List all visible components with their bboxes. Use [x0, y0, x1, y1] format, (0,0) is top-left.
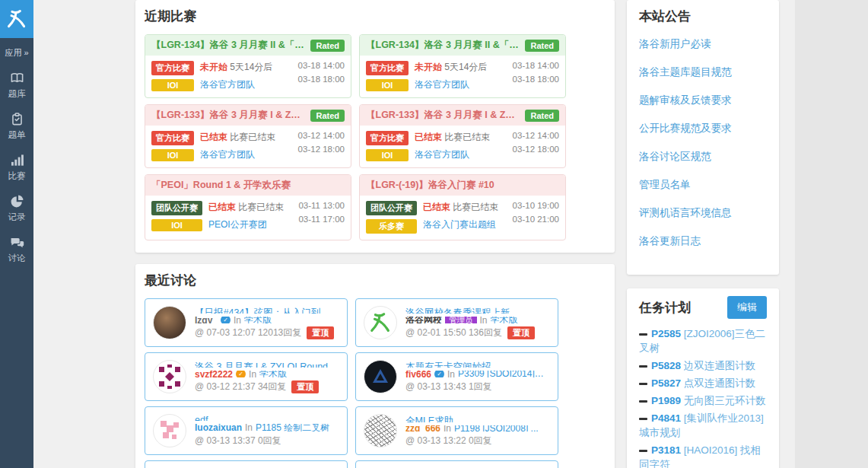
problem-name-link[interactable]: 无向图三元环计数: [684, 395, 766, 406]
contest-organizer-link[interactable]: 洛谷官方团队: [415, 148, 507, 161]
contest-organizer-link[interactable]: PEOI公开赛团: [208, 218, 292, 231]
contest-title-link[interactable]: 【LGR-133】洛谷 3 月月赛 I & ZYLOI ...: [366, 109, 520, 122]
contest-organizer-link[interactable]: 洛谷官方团队: [415, 78, 507, 91]
contest-type-tag: 官方比赛: [366, 61, 409, 75]
announcement-link[interactable]: 洛谷主题库题目规范: [639, 65, 767, 79]
discussion-timestamp: @ 03-13 13:43 1回复: [405, 380, 492, 393]
contest-title-link[interactable]: 【LGR-134】洛谷 3 月月赛 II &「GLR ...: [151, 39, 306, 52]
username-link[interactable]: zzq_666: [405, 425, 440, 431]
avatar[interactable]: [153, 306, 186, 339]
forum-link[interactable]: P1185 绘制二叉树: [256, 424, 329, 431]
sidebar-item-label: 题库: [8, 88, 26, 100]
problem-id-link[interactable]: P1989: [651, 395, 681, 406]
contest-card[interactable]: 【LGR-133】洛谷 3 月月赛 I & ZYLOI ... Rated 官方…: [359, 104, 566, 168]
problem-id-link[interactable]: P5827: [651, 377, 681, 389]
pinned-badge: 置顶: [307, 326, 334, 339]
contest-title-link[interactable]: 【LGR-133】洛谷 3 月月赛 I & ZYLOI ...: [151, 109, 306, 122]
announcement-link[interactable]: 评测机语言环境信息: [639, 206, 767, 220]
contest-status: 已结束 比赛已结束: [423, 201, 507, 214]
avatar[interactable]: [364, 306, 397, 339]
contest-card[interactable]: 【LGR-134】洛谷 3 月月赛 II &「GLR-... Rated 官方比…: [359, 34, 566, 98]
luogu-logo[interactable]: [0, 0, 33, 38]
contest-card[interactable]: 【LGR-134】洛谷 3 月月赛 II &「GLR ... Rated 官方比…: [145, 34, 351, 98]
avatar[interactable]: [364, 360, 397, 393]
announcement-link[interactable]: 洛谷更新日志: [639, 234, 767, 248]
discussion-title-link[interactable]: 本题有无卡空间妙招: [405, 361, 550, 368]
contest-organizer-link[interactable]: 洛谷入门赛出题组: [423, 218, 507, 231]
contest-times: 03-11 13:00 03-11 17:00: [298, 201, 345, 231]
edit-button[interactable]: 编辑: [727, 296, 767, 319]
forum-link[interactable]: 学术版: [491, 317, 518, 323]
username-link[interactable]: fjy666: [405, 371, 431, 377]
problem-id-link[interactable]: P2585: [651, 328, 681, 339]
contest-title-link[interactable]: 「PEOI」Round 1 & 开学欢乐赛: [151, 179, 345, 192]
discussion-timestamp: @ 02-01 15:50 136回复: [405, 326, 502, 339]
discussion-card[interactable]: 本题有无卡空间妙招 fjy666 In P3309 [SDOI2014]向...…: [355, 352, 558, 401]
discussion-card[interactable]: 【日报#434】弦图：从入门到入入... lzqy_ In 学术版 @ 07-0…: [145, 298, 348, 347]
contest-end-time: 03-12 18:00: [513, 145, 559, 154]
forum-link[interactable]: 学术版: [259, 371, 287, 377]
username-link[interactable]: lzqy_: [195, 317, 218, 323]
avatar[interactable]: [364, 414, 397, 447]
contest-card[interactable]: 「PEOI」Round 1 & 开学欢乐赛 团队公开赛 IOI 已结束 比赛已结…: [145, 174, 351, 240]
forum-link[interactable]: P3309 [SDOI2014]向...: [458, 371, 550, 377]
rated-badge: Rated: [525, 110, 559, 122]
admin-badge: 管理员: [445, 317, 477, 323]
discussion-title-link[interactable]: 洛谷 3 月月赛 I & ZYLOI Round...: [195, 361, 339, 368]
problem-name-link[interactable]: 边双连通图计数: [684, 360, 756, 371]
contest-times: 03-10 19:00 03-10 21:00: [513, 201, 559, 234]
contest-times: 03-12 14:00 03-12 18:00: [513, 131, 559, 161]
contest-card[interactable]: 【LGR-133】洛谷 3 月月赛 I & ZYLOI ... Rated 官方…: [145, 104, 351, 168]
discussion-card[interactable]: 求助#12，#16，#18，#21，#22 GODTREE In P8976 「…: [355, 460, 558, 468]
announcement-link[interactable]: 公开比赛规范及要求: [639, 122, 767, 135]
dash-icon: [639, 418, 647, 420]
rated-badge: Rated: [310, 40, 345, 52]
contest-organizer-link[interactable]: 洛谷官方团队: [200, 148, 292, 161]
contest-rule-tag: IOI: [151, 149, 194, 161]
contest-title-link[interactable]: 【LGR-134】洛谷 3 月月赛 II &「GLR-...: [366, 39, 520, 52]
sidebar-item-problems[interactable]: 题库: [0, 71, 33, 100]
discussion-card[interactable]: 为什么我无法绑定uva账号，求佬... katarina001 In UVA30…: [145, 460, 348, 468]
username-link[interactable]: luozaixuan: [195, 424, 242, 431]
contest-end-time: 03-10 21:00: [513, 215, 559, 224]
announcement-link[interactable]: 题解审核及反馈要求: [639, 94, 767, 107]
discussion-card[interactable]: 洛谷 3 月月赛 I & ZYLOI Round... syzf2222 In …: [145, 352, 348, 401]
contest-title-link[interactable]: 【LGR-(-19)】洛谷入门赛 #10: [366, 179, 559, 192]
discussion-title-link[interactable]: 全MLE求助: [405, 415, 550, 422]
sidebar-item-problem-lists[interactable]: 题单: [0, 112, 33, 141]
discussion-title-link[interactable]: edf: [195, 415, 339, 421]
contest-card[interactable]: 【LGR-(-19)】洛谷入门赛 #10 团队公开赛 乐多赛 已结束 比赛已结束…: [359, 174, 566, 240]
avatar[interactable]: [153, 360, 186, 393]
sidebar-item-contests[interactable]: 比赛: [0, 153, 33, 182]
recent-contests-panel: 近期比赛 【LGR-134】洛谷 3 月月赛 II &「GLR ... Rate…: [135, 0, 615, 253]
announcement-link[interactable]: 管理员名单: [639, 178, 767, 192]
problem-name-link[interactable]: 点双连通图计数: [684, 377, 756, 389]
discussion-title-link[interactable]: 洛谷网校冬春季课程上新: [405, 307, 550, 314]
sidebar-item-discussions[interactable]: 讨论: [0, 235, 33, 264]
discussion-title-link[interactable]: 【日报#434】弦图：从入门到入入...: [195, 307, 339, 314]
username-link[interactable]: 洛谷网校: [405, 317, 442, 323]
sidebar-item-label: 比赛: [8, 170, 26, 182]
rated-badge: Rated: [310, 110, 345, 122]
task-item: P5827 点双连通图计数: [639, 376, 767, 390]
contest-times: 03-18 14:00 03-18 18:00: [513, 61, 559, 91]
problem-id-link[interactable]: P5828: [651, 360, 681, 371]
username-link[interactable]: syzf2222: [195, 371, 233, 377]
problem-id-link[interactable]: P3181: [651, 444, 681, 456]
contest-tags: 官方比赛 IOI: [366, 61, 409, 91]
discussion-card[interactable]: 洛谷网校冬春季课程上新 洛谷网校 管理员 In 学术版 @ 02-01 15:5…: [355, 298, 558, 347]
apps-expander[interactable]: 应用 »: [0, 38, 33, 59]
avatar[interactable]: [153, 414, 186, 447]
forum-link[interactable]: P1198 [JSOI2008] ...: [454, 425, 539, 431]
contest-type-tag: 官方比赛: [151, 131, 194, 145]
discussion-card[interactable]: 全MLE求助 zzq_666 In P1198 [JSOI2008] ... @…: [355, 406, 558, 455]
announcement-link[interactable]: 洛谷讨论区规范: [639, 150, 767, 164]
forum-link[interactable]: 学术版: [244, 317, 272, 323]
announcements-title: 本站公告: [639, 8, 767, 25]
sidebar-item-records[interactable]: 记录: [0, 194, 33, 223]
contest-organizer-link[interactable]: 洛谷官方团队: [200, 78, 292, 91]
problem-id-link[interactable]: P4841: [651, 412, 681, 424]
discussion-card[interactable]: edf luozaixuan In P1185 绘制二叉树 @ 03-13 13…: [145, 406, 348, 455]
announcement-link[interactable]: 洛谷新用户必读: [639, 37, 767, 51]
discussion-meta: @ 07-03 12:07 12013回复 置顶: [195, 326, 339, 339]
